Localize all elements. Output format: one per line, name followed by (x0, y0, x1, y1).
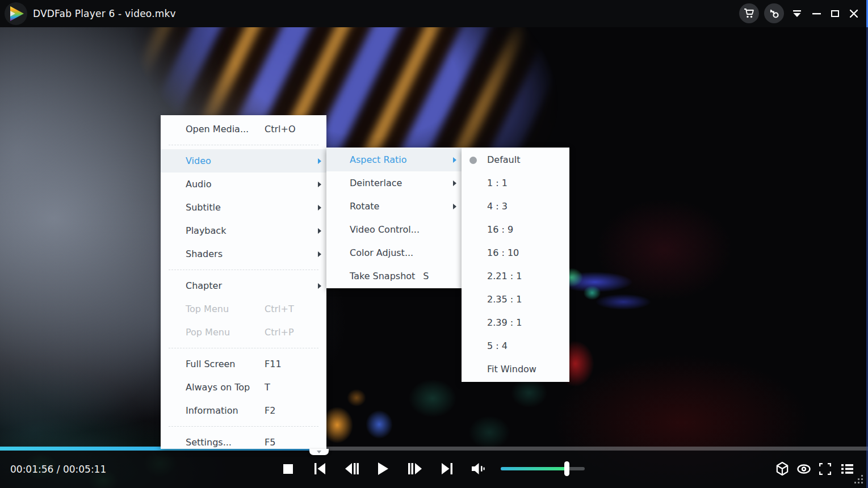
stop-button[interactable] (276, 457, 299, 480)
playlist-button[interactable] (837, 458, 857, 479)
maximize-icon (831, 10, 839, 17)
volume-slider-handle[interactable] (564, 461, 569, 476)
menu-item-label: Top Menu (186, 304, 229, 314)
cart-icon (744, 9, 754, 19)
submenu-arrow-icon (318, 205, 321, 211)
menu-separator (161, 422, 326, 431)
menu-item-label: Chapter (186, 280, 222, 291)
volume-icon (472, 463, 486, 474)
aspect-item-5-4[interactable]: 5 : 4 (462, 334, 569, 357)
aspect-item-16-10[interactable]: 16 : 10 (462, 241, 569, 264)
key-icon (769, 8, 780, 19)
menu-item-label: Default (487, 154, 520, 165)
menu-item-subtitle[interactable]: Subtitle (161, 196, 326, 219)
playlist-icon (841, 464, 853, 474)
menu-item-label: 16 : 9 (487, 224, 513, 235)
fullscreen-icon (819, 463, 831, 475)
app-logo (5, 2, 27, 25)
menu-item-playback[interactable]: Playback (161, 219, 326, 242)
next-button[interactable] (435, 457, 458, 480)
menu-item-audio[interactable]: Audio (161, 173, 326, 196)
context-menu: Open Media... Ctrl+O Video Audio Subtitl… (161, 115, 326, 449)
menu-item-label: Video (186, 155, 211, 166)
aspect-item-2-35-1[interactable]: 2.35 : 1 (462, 288, 569, 311)
menu-item-label: 2.39 : 1 (487, 317, 522, 328)
minimize-button[interactable] (807, 0, 825, 27)
menu-item-label: Audio (186, 179, 211, 190)
menu-item-label: Rotate (350, 201, 379, 212)
menu-shortcut: Ctrl+O (265, 124, 295, 134)
submenu-item-color-adjust[interactable]: Color Adjust... (326, 241, 462, 264)
submenu-arrow-icon (318, 228, 321, 234)
menu-item-label: Settings... (186, 437, 232, 448)
seek-bar[interactable] (0, 447, 868, 451)
menu-item-video[interactable]: Video (161, 149, 326, 173)
menu-shortcut: F5 (265, 437, 275, 448)
stop-icon (283, 464, 293, 474)
volume-slider[interactable] (501, 467, 585, 470)
menu-item-label: Color Adjust... (350, 247, 413, 258)
menu-item-label: Fit Window (487, 364, 536, 375)
menu-shortcut: S (423, 271, 429, 281)
3d-cube-icon (776, 462, 789, 476)
menu-separator (161, 266, 326, 274)
frame-forward-button[interactable] (404, 457, 426, 480)
menu-item-settings[interactable]: Settings... F5 (161, 431, 326, 449)
close-button[interactable] (845, 0, 863, 27)
menu-item-label: Always on Top (186, 382, 250, 393)
volume-slider-fill (501, 467, 566, 470)
frame-back-button[interactable] (341, 457, 363, 480)
titlebar[interactable]: DVDFab Player 6 - video.mkv (0, 0, 868, 27)
submenu-item-rotate[interactable]: Rotate (326, 195, 462, 218)
close-icon (850, 10, 858, 18)
aspect-item-fit-window[interactable]: Fit Window (462, 357, 569, 381)
aspect-item-4-3[interactable]: 4 : 3 (462, 195, 569, 218)
menu-item-label: Full Screen (186, 359, 235, 369)
menu-item-label: Shaders (186, 249, 223, 259)
collapse-toolbar-button[interactable] (788, 0, 806, 27)
submenu-item-aspect-ratio[interactable]: Aspect Ratio (326, 148, 462, 171)
menu-item-information[interactable]: Information F2 (161, 399, 326, 422)
menu-item-chapter[interactable]: Chapter (161, 274, 326, 297)
menu-item-top-menu: Top Menu Ctrl+T (161, 297, 326, 321)
submenu-arrow-icon (318, 283, 321, 289)
visual-effect-button[interactable] (794, 458, 814, 479)
aspect-item-16-9[interactable]: 16 : 9 (462, 218, 569, 241)
menu-item-pop-menu: Pop Menu Ctrl+P (161, 321, 326, 344)
submenu-arrow-icon (318, 158, 321, 164)
submenu-item-deinterlace[interactable]: Deinterlace (326, 171, 462, 195)
menu-item-always-on-top[interactable]: Always on Top T (161, 376, 326, 399)
menu-scroll-down-button[interactable] (309, 449, 329, 455)
fullscreen-button[interactable] (815, 458, 835, 479)
store-button[interactable] (739, 3, 759, 23)
minimize-icon (812, 13, 821, 15)
maximize-button[interactable] (826, 0, 844, 27)
menu-item-full-screen[interactable]: Full Screen F11 (161, 352, 326, 376)
video-submenu: Aspect Ratio Deinterlace Rotate Video Co… (326, 148, 462, 288)
activate-button[interactable] (764, 3, 784, 23)
eye-icon (797, 464, 811, 474)
menu-item-label: 16 : 10 (487, 247, 519, 258)
menu-item-label: Open Media... (186, 124, 249, 134)
menu-item-label: Deinterlace (350, 178, 402, 188)
menu-separator (161, 141, 326, 149)
aspect-item-2-39-1[interactable]: 2.39 : 1 (462, 311, 569, 334)
collapse-icon (792, 10, 802, 18)
aspect-item-default[interactable]: Default (462, 148, 569, 171)
menu-shortcut: T (265, 382, 270, 393)
3d-button[interactable] (772, 458, 792, 479)
window-title: DVDFab Player 6 - video.mkv (33, 0, 176, 27)
volume-button[interactable] (467, 457, 490, 480)
play-button[interactable] (372, 457, 395, 480)
menu-item-shaders[interactable]: Shaders (161, 242, 326, 266)
submenu-item-take-snapshot[interactable]: Take Snapshot S (326, 264, 462, 288)
previous-button[interactable] (308, 457, 331, 480)
menu-item-label: Aspect Ratio (350, 154, 407, 165)
submenu-item-video-control[interactable]: Video Control... (326, 218, 462, 241)
submenu-arrow-icon (318, 251, 321, 257)
menu-item-label: Pop Menu (186, 327, 230, 338)
menu-item-open-media[interactable]: Open Media... Ctrl+O (161, 117, 326, 141)
menu-shortcut: Ctrl+T (265, 304, 294, 314)
aspect-item-2-21-1[interactable]: 2.21 : 1 (462, 264, 569, 288)
aspect-item-1-1[interactable]: 1 : 1 (462, 171, 569, 195)
